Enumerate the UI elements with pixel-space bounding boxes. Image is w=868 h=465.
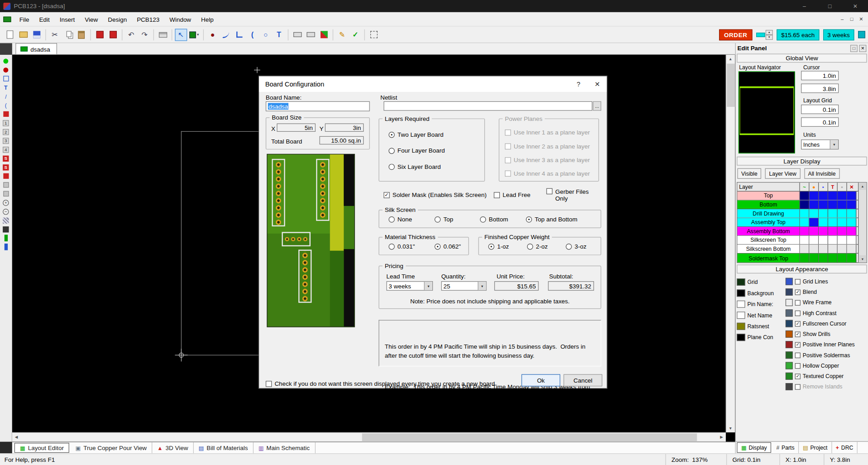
grid-x-field[interactable]: 0.1in [801, 105, 839, 114]
layout-navigator[interactable] [739, 72, 795, 153]
menu-pcb123[interactable]: PCB123 [132, 14, 164, 24]
tab-display[interactable]: ▦Display [737, 442, 771, 453]
scroll-down-icon[interactable]: ▼ [726, 424, 734, 432]
ratsnest-swatch[interactable] [737, 322, 745, 330]
cut-icon[interactable]: ✂ [49, 29, 61, 41]
filter-parts-icon[interactable] [1, 74, 11, 83]
layout-canvas[interactable]: ▲ ▼ ◀ ▶ Board Configuration ? ✕ [12, 55, 735, 442]
cancel-button[interactable]: Cancel [564, 374, 603, 386]
menu-insert[interactable]: Insert [55, 14, 80, 24]
grid-lines-option[interactable]: Grid Lines [786, 276, 867, 287]
tab-3d-view[interactable]: ▲3D View [152, 442, 193, 453]
scroll-right-icon[interactable]: ▶ [717, 433, 725, 441]
quantity-stepper[interactable]: ▲ ▼ [766, 29, 773, 39]
pin-names-color-item[interactable]: Pin Name: [737, 298, 786, 309]
place-arc-icon[interactable]: ( [246, 29, 259, 41]
scroll-up-icon[interactable]: ▲ [726, 55, 734, 63]
panel-close-icon[interactable]: ✕ [859, 44, 866, 52]
navigator-viewport[interactable] [739, 86, 794, 135]
net-names-swatch[interactable] [737, 312, 745, 319]
blend-option[interactable]: ✓Blend [786, 287, 867, 297]
radio-silk-top-bottom[interactable]: ●Top and Bottom [526, 216, 577, 223]
stepper-up-icon[interactable]: ▲ [766, 29, 773, 34]
open-file-icon[interactable] [17, 29, 29, 41]
lead-time-field[interactable]: 3 weeks [823, 29, 854, 40]
tab-parts[interactable]: #Parts [772, 442, 799, 454]
radio-thickness-031[interactable]: 0.031" [388, 243, 415, 250]
tab-true-copper-pour-view[interactable]: ▣True Copper Pour View [71, 442, 153, 453]
horizontal-scrollbar[interactable]: ◀ ▶ [12, 432, 726, 442]
scroll-up-icon[interactable]: ▲ [858, 182, 866, 190]
radio-silk-none[interactable]: None [388, 216, 412, 223]
board-size-y-field[interactable]: 3in [325, 124, 364, 132]
radio-copper-1oz[interactable]: ●1-oz [488, 243, 509, 250]
tab-drc[interactable]: +DRC [832, 442, 858, 454]
textured-copper-option[interactable]: ✓Textured Copper [786, 371, 867, 381]
layer-3-icon[interactable]: 3 [1, 136, 11, 145]
quantity-select[interactable]: 25▼ [441, 281, 486, 291]
errors-column-icon[interactable]: ✕ [847, 182, 857, 191]
plane-connect-swatch[interactable] [737, 334, 745, 341]
check-gerber-only[interactable]: Gerber Files Only [547, 188, 594, 201]
all-invisible-button[interactable]: All Invisible [804, 168, 839, 179]
scroll-left-icon[interactable]: ◀ [12, 433, 20, 441]
radio-six-layer[interactable]: Six Layer Board [388, 163, 441, 170]
silkscreen-bottom-icon[interactable]: S [1, 163, 11, 172]
radio-four-layer[interactable]: Four Layer Board [388, 147, 445, 154]
order-button[interactable]: ORDER [719, 29, 753, 40]
zoom-window-icon[interactable] [368, 29, 380, 41]
layer-1-icon[interactable]: 1 [1, 119, 11, 128]
place-text-icon[interactable]: T [273, 29, 285, 41]
lead-time-select[interactable]: 3 weeks▼ [386, 281, 433, 291]
pads-column-icon[interactable]: ● [809, 182, 819, 191]
wire-frame-option[interactable]: Wire Frame [786, 297, 867, 308]
menu-window[interactable]: Window [164, 14, 196, 24]
vias-column-icon[interactable]: ▪ [819, 182, 828, 191]
misc-tool-icon[interactable] [1, 242, 11, 251]
save-icon[interactable] [30, 29, 43, 41]
layer-4-icon[interactable]: 4 [1, 145, 11, 154]
filter-arcs-icon[interactable]: ( [1, 101, 11, 110]
positive-inner-planes-option[interactable]: ✓Positive Inner Planes [786, 339, 867, 350]
show-drills-option[interactable]: ✓Show Drills [786, 329, 867, 339]
menu-view[interactable]: View [80, 14, 103, 24]
check-lead-free[interactable]: Lead Free [494, 192, 531, 198]
background-color-item[interactable]: Backgroun [737, 288, 786, 298]
child-minimize-button[interactable]: – [838, 16, 846, 22]
high-contrast-option[interactable]: High Contrast [786, 308, 867, 318]
menu-edit[interactable]: Edit [34, 14, 54, 24]
plane-layer-icon[interactable] [1, 225, 11, 234]
layer-table-scrollbar[interactable]: ▲ ▼ [858, 182, 866, 262]
dialog-help-button[interactable]: ? [569, 77, 588, 92]
paste-mask-icon[interactable] [1, 181, 11, 190]
scroll-down-icon[interactable]: ▼ [858, 255, 866, 263]
child-close-button[interactable]: ✕ [857, 16, 865, 22]
zoom-out-icon[interactable]: − [1, 207, 11, 216]
new-file-icon[interactable] [4, 29, 16, 41]
dialog-close-button[interactable]: ✕ [588, 77, 607, 92]
filter-text-icon[interactable]: T [1, 83, 11, 92]
radio-two-layer[interactable]: ●Two Layer Board [388, 131, 443, 138]
vertical-scroll-thumb[interactable] [727, 64, 735, 107]
select-tool-icon[interactable]: ↖ [175, 29, 187, 41]
drill-layer-icon[interactable] [1, 189, 11, 198]
place-corner-icon[interactable] [233, 29, 245, 41]
menu-help[interactable]: Help [196, 14, 219, 24]
background-swatch[interactable] [737, 289, 745, 297]
panel-restore-icon[interactable]: □ [850, 44, 858, 52]
polygons-column-icon[interactable]: ▫ [838, 182, 847, 191]
silkscreen-top-icon[interactable]: S [1, 154, 11, 163]
order-quantity-field[interactable] [756, 33, 765, 37]
ok-button[interactable]: Ok [522, 374, 561, 386]
place-component-icon[interactable] [304, 29, 317, 41]
tab-bill-of-materials[interactable]: ▤Bill of Materials [194, 442, 254, 453]
paste-icon[interactable] [75, 29, 87, 41]
layer-2-icon[interactable]: 2 [1, 127, 11, 136]
place-circle-icon[interactable]: ○ [259, 29, 272, 41]
tab-main-schematic[interactable]: ▥Main Schematic [254, 442, 316, 453]
netlist-browse-button[interactable]: ... [593, 101, 601, 111]
library-icon[interactable] [94, 29, 106, 41]
check-dont-show-again[interactable]: Check if you do not want this screen dis… [266, 380, 495, 387]
layer-top-indicator-icon[interactable] [1, 57, 11, 66]
positive-soldermask-option[interactable]: Positive Soldermas [786, 350, 867, 360]
